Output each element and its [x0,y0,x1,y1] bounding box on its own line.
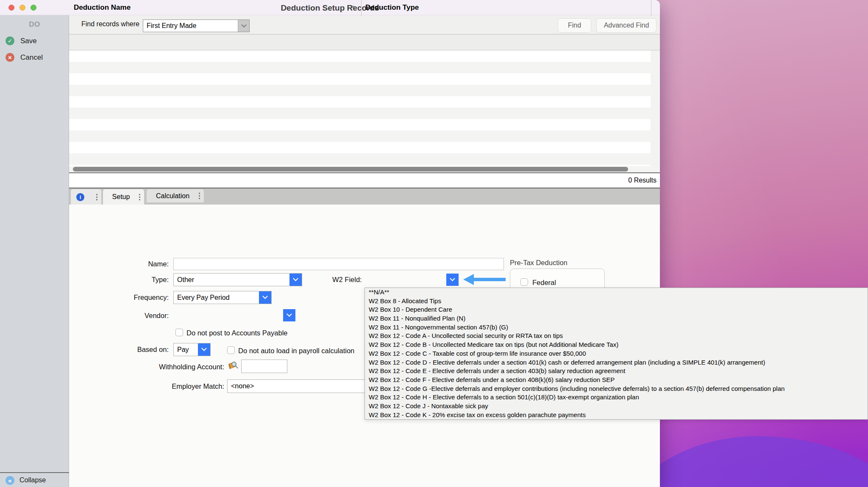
w2-field-option[interactable]: W2 Box 12 - Code J - Nontaxable sick pay [365,402,868,411]
dropdown-button[interactable] [259,291,271,304]
chevron-down-icon [241,22,247,28]
do-not-autoload-label: Do not auto load in payroll calculation [238,346,354,355]
federal-checkbox[interactable] [520,278,528,286]
w2-field-option[interactable]: W2 Box 12 - Code D - Elective deferrals … [365,358,868,367]
pretax-deduction-label: Pre-Tax Deduction [510,258,568,267]
vendor-label: Vendor: [63,311,169,320]
sidebar-section-header: DO [0,20,69,29]
column-header-deduction-type[interactable]: Deduction Type [365,3,419,12]
account-lookup-icon[interactable] [228,360,239,371]
w2-field-option[interactable]: W2 Box 11 - Nonqualified Plan (N) [365,314,868,323]
horizontal-scrollbar-track[interactable] [69,166,660,173]
tab-calculation-label: Calculation [147,192,199,200]
annotation-arrow-left-icon [463,274,506,285]
tab-setup[interactable]: Setup [103,189,144,205]
w2-field-dropdown-button[interactable] [446,274,459,286]
w2-field-option[interactable]: W2 Box 12 - Code K - 20% excise tax on e… [365,411,868,420]
find-button[interactable]: Find [558,18,591,33]
vertical-scrollbar-track[interactable] [651,50,660,166]
name-input[interactable] [173,258,504,270]
find-field-value: First Entry Made [143,22,196,30]
column-divider[interactable] [361,0,362,16]
type-label: Type: [63,275,169,284]
employer-match-label: Employer Match: [118,382,224,390]
withholding-account-label: Withholding Account: [118,362,224,371]
tab-handle-dots-icon [96,194,97,200]
w2-field-option[interactable]: W2 Box 12 - Code E - Elective deferrals … [365,367,868,376]
employer-match-value: <none> [228,382,254,390]
frequency-dropdown[interactable]: Every Pay Period [173,291,272,304]
type-value: Other [174,276,194,284]
w2-field-option[interactable]: W2 Box 11 - Nongovernmental section 457(… [365,323,868,332]
find-records-where-label: Find records where [81,20,139,28]
w2-field-option[interactable]: W2 Box 10 - Dependent Care [365,305,868,314]
chevron-down-icon [201,346,207,351]
based-on-label: Based on: [63,345,169,354]
chevron-down-icon [450,276,455,281]
based-on-value: Pay [174,346,189,354]
cancel-x-icon: × [6,53,14,62]
results-count: 0 Results [628,177,657,184]
advanced-find-button[interactable]: Advanced Find [596,18,657,33]
w2-field-option[interactable]: W2 Box 12 - Code B - Uncollected Medicar… [365,340,868,349]
w2-field-option[interactable]: W2 Box 12 - Code A - Uncollected social … [365,332,868,340]
column-header-deduction-name[interactable]: Deduction Name [74,3,131,12]
w2-field-option[interactable]: W2 Box 12 - Code G -Elective deferrals a… [365,385,868,393]
collapse-chevron-icon: « [6,476,14,485]
table-header [69,34,660,50]
chevron-down-icon [293,276,298,281]
sidebar-divider [0,472,69,473]
chevron-down-icon [287,311,292,317]
w2-field-dropdown-list: **N/A**W2 Box 8 - Allocated TipsW2 Box 1… [364,288,868,420]
tab-setup-label: Setup [103,193,139,201]
do-not-post-ap-checkbox[interactable] [175,329,183,336]
frequency-value: Every Pay Period [174,294,230,302]
tab-calculation[interactable]: Calculation [147,189,204,202]
save-button[interactable]: Save [20,37,37,45]
horizontal-scrollbar-thumb[interactable] [73,167,628,172]
dropdown-button[interactable] [289,274,302,286]
w2-field-option[interactable]: W2 Box 8 - Allocated Tips [365,297,868,306]
dropdown-button[interactable] [238,20,249,32]
sidebar [0,15,69,487]
dropdown-button[interactable] [198,343,210,356]
desktop: Deduction Setup Records DO ✓ Save × Canc… [0,0,868,487]
tab-info[interactable]: i [71,189,101,205]
w2-field-label: W2 Field: [332,275,362,284]
sort-ascending-icon[interactable]: ^ [352,5,355,11]
w2-field-option[interactable]: **N/A** [365,288,868,297]
records-table-body[interactable] [69,50,660,166]
type-dropdown[interactable]: Other [173,273,302,286]
w2-field-option[interactable]: W2 Box 12 - Code C - Taxable cost of gro… [365,349,868,358]
find-field-dropdown[interactable]: First Entry Made [143,19,250,32]
cancel-button[interactable]: Cancel [20,53,43,62]
collapse-button[interactable]: Collapse [19,476,46,484]
federal-label: Federal [532,278,556,287]
tab-handle-dots-icon [139,194,140,200]
vendor-dropdown-button[interactable] [283,309,295,321]
do-not-post-ap-label: Do not post to Accounts Payable [186,329,288,337]
name-label: Name: [63,260,169,268]
w2-field-option[interactable]: W2 Box 12 - Code H - Elective deferrals … [365,393,868,402]
results-bar: 0 Results [69,174,660,188]
column-divider [651,0,651,16]
tab-handle-dots-icon [199,193,200,199]
based-on-dropdown[interactable]: Pay [173,343,211,356]
do-not-autoload-checkbox[interactable] [227,346,235,354]
save-check-icon: ✓ [6,36,14,45]
w2-field-option[interactable]: W2 Box 12 - Code F - Elective deferrals … [365,376,868,385]
chevron-down-icon [262,293,268,299]
frequency-label: Frequency: [63,293,169,302]
withholding-account-input[interactable] [241,360,287,373]
info-icon: i [76,193,84,201]
